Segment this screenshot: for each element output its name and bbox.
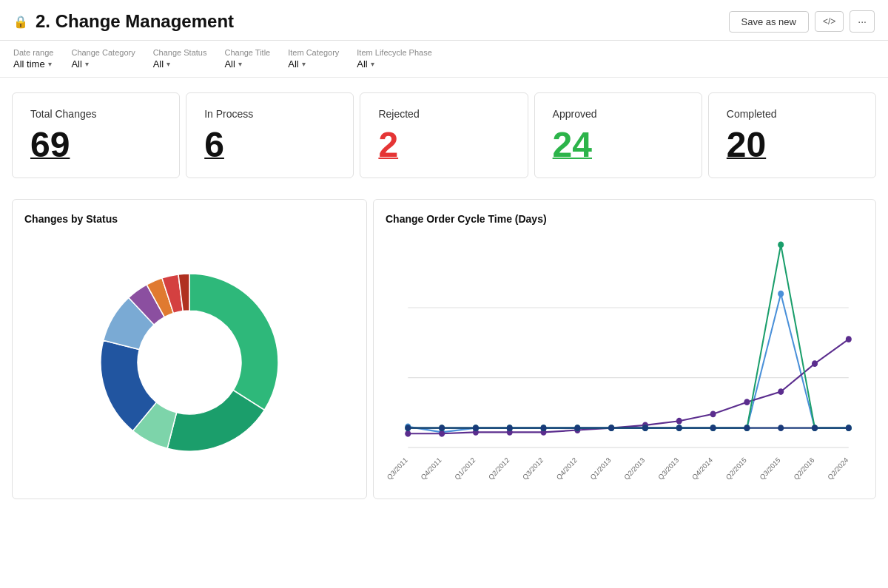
- data-point: [710, 410, 716, 417]
- stat-value-approved: 24: [553, 127, 684, 163]
- stat-value-rejected: 2: [378, 127, 509, 163]
- x-axis-label: Q2/2016: [792, 456, 815, 481]
- data-point: [778, 425, 784, 431]
- data-point: [540, 425, 546, 431]
- donut-panel: Changes by Status: [12, 199, 367, 499]
- header-left: 🔒 2. Change Management: [13, 11, 234, 32]
- data-point: [574, 425, 580, 431]
- x-axis-label: Q1/2013: [588, 456, 612, 481]
- data-point: [744, 399, 750, 405]
- x-axis-label: Q3/2012: [521, 456, 545, 481]
- chevron-icon: ▾: [371, 60, 374, 68]
- stat-label-approved: Approved: [553, 108, 684, 120]
- donut-segment-completed: [189, 274, 278, 410]
- filter-change-title[interactable]: Change Title All ▾: [224, 48, 270, 70]
- filter-value-change-category[interactable]: All ▾: [71, 58, 135, 70]
- filter-bar: Date range All time ▾ Change Category Al…: [0, 41, 888, 78]
- stat-card-rejected: Rejected 2: [360, 92, 528, 178]
- data-point: [473, 425, 479, 431]
- donut-svg: [78, 251, 300, 473]
- data-point: [405, 425, 411, 431]
- filter-label-item-category: Item Category: [288, 48, 339, 57]
- lock-icon: 🔒: [13, 15, 28, 29]
- data-point: [642, 425, 648, 431]
- chevron-icon: ▾: [302, 60, 306, 68]
- data-point: [846, 336, 852, 342]
- line-series-series3: [408, 245, 849, 428]
- filter-value-date-range[interactable]: All time ▾: [13, 58, 53, 70]
- data-point: [710, 425, 716, 431]
- stat-card-completed: Completed 20: [708, 92, 876, 178]
- filter-change-category[interactable]: Change Category All ▾: [71, 48, 135, 70]
- x-axis-label: Q4/2011: [419, 456, 443, 481]
- filter-label-item-lifecycle-phase: Item Lifecycle Phase: [357, 48, 432, 57]
- chevron-icon: ▾: [238, 60, 242, 68]
- line-panel: Change Order Cycle Time (Days) Q3/2011Q4…: [373, 199, 876, 499]
- stat-card-total-changes: Total Changes 69: [12, 92, 180, 178]
- chevron-icon: ▾: [166, 60, 170, 68]
- x-axis-label: Q2/2015: [724, 456, 748, 481]
- x-axis-label: Q2/2013: [622, 456, 646, 481]
- data-point: [744, 425, 750, 431]
- x-axis-label: Q3/2013: [656, 456, 680, 481]
- data-point: [507, 425, 513, 431]
- data-point: [439, 425, 445, 431]
- donut-title: Changes by Status: [24, 213, 354, 225]
- filter-value-item-category[interactable]: All ▾: [288, 58, 339, 70]
- filter-value-change-status[interactable]: All ▾: [153, 58, 207, 70]
- stat-card-in-process: In Process 6: [186, 92, 354, 178]
- x-axis-label: Q4/2014: [690, 456, 714, 481]
- x-axis-label: Q3/2011: [386, 456, 409, 481]
- x-axis-label: Q1/2012: [453, 456, 477, 481]
- data-point: [405, 430, 411, 437]
- data-point: [812, 360, 818, 367]
- filter-date-range[interactable]: Date range All time ▾: [13, 48, 53, 70]
- filter-item-lifecycle-phase[interactable]: Item Lifecycle Phase All ▾: [357, 48, 432, 70]
- x-axis-label: Q2/2024: [826, 456, 850, 481]
- stat-value-in-process: 6: [204, 127, 335, 163]
- chevron-icon: ▾: [48, 60, 52, 68]
- line-series-series2: [408, 339, 849, 434]
- filter-item-category[interactable]: Item Category All ▾: [288, 48, 339, 70]
- stats-row: Total Changes 69 In Process 6 Rejected 2…: [0, 78, 888, 190]
- more-button[interactable]: ···: [850, 10, 875, 33]
- chevron-icon: ▾: [85, 60, 89, 68]
- data-point: [846, 425, 852, 431]
- line-title: Change Order Cycle Time (Days): [386, 213, 864, 225]
- stat-value-completed: 20: [727, 127, 858, 163]
- header: 🔒 2. Change Management Save as new </> ·…: [0, 0, 888, 41]
- save-as-new-button[interactable]: Save as new: [729, 11, 809, 33]
- code-button[interactable]: </>: [815, 11, 844, 32]
- data-point: [608, 425, 614, 431]
- stat-card-approved: Approved 24: [534, 92, 702, 178]
- line-svg: Q3/2011Q4/2011Q1/2012Q2/2012Q3/2012Q4/20…: [386, 237, 864, 488]
- data-point: [439, 430, 445, 437]
- filter-label-date-range: Date range: [13, 48, 53, 57]
- stat-label-total-changes: Total Changes: [30, 108, 161, 120]
- stat-value-total-changes: 69: [30, 127, 161, 163]
- line-chart: Q3/2011Q4/2011Q1/2012Q2/2012Q3/2012Q4/20…: [386, 237, 864, 488]
- filter-label-change-title: Change Title: [224, 48, 270, 57]
- x-axis-label: Q4/2012: [555, 456, 579, 481]
- data-point: [812, 425, 818, 431]
- data-point: [676, 418, 682, 425]
- data-point: [778, 242, 784, 249]
- header-actions: Save as new </> ···: [729, 10, 875, 33]
- filter-label-change-category: Change Category: [71, 48, 135, 57]
- filter-value-change-title[interactable]: All ▾: [224, 58, 270, 70]
- filter-label-change-status: Change Status: [153, 48, 207, 57]
- stat-label-in-process: In Process: [204, 108, 335, 120]
- data-point: [676, 425, 682, 431]
- x-axis-label: Q2/2012: [487, 456, 511, 481]
- data-point: [778, 388, 784, 395]
- stat-label-rejected: Rejected: [378, 108, 509, 120]
- filter-change-status[interactable]: Change Status All ▾: [153, 48, 207, 70]
- line-series-series1: [408, 294, 849, 432]
- x-axis-label: Q3/2015: [758, 456, 781, 481]
- filter-value-item-lifecycle-phase[interactable]: All ▾: [357, 58, 432, 70]
- donut-chart: [24, 237, 354, 488]
- page-title: 2. Change Management: [36, 11, 234, 32]
- stat-label-completed: Completed: [727, 108, 858, 120]
- data-point: [778, 291, 784, 297]
- bottom-row: Changes by Status Change Order Cycle Tim…: [0, 190, 888, 508]
